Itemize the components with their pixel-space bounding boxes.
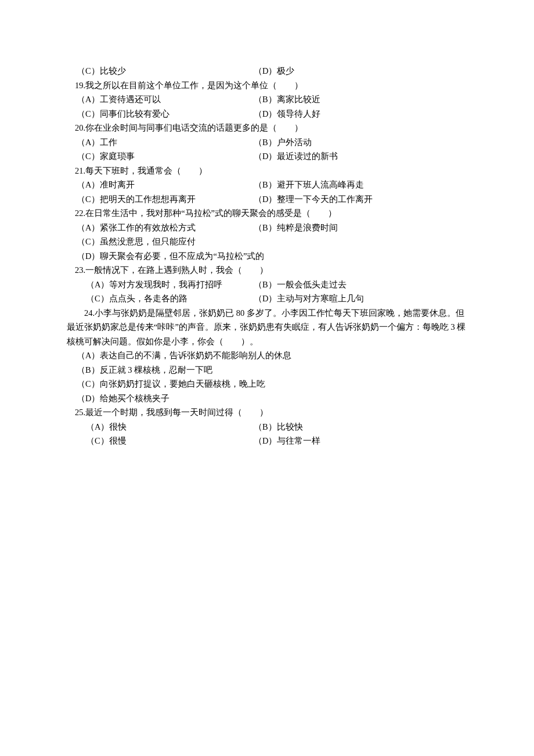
option-b: （B）离家比较近 <box>254 92 467 107</box>
option-row: （A）准时离开 （B）避开下班人流高峰再走 <box>67 178 467 192</box>
question-stem: 24.小李与张奶奶是隔壁邻居，张奶奶已 80 多岁了。小李因工作忙每天下班回家晚… <box>67 306 467 349</box>
question-stem: 25.最近一个时期，我感到每一天时间过得（ ） <box>67 405 467 420</box>
option-row: （C）把明天的工作想想再离开 （D）整理一下今天的工作离开 <box>67 192 467 207</box>
option-row: （A）工资待遇还可以 （B）离家比较近 <box>67 92 467 107</box>
option-c: （C）点点头，各走各的路 <box>67 291 254 306</box>
option-a: （A）紧张工作的有效放松方式 <box>67 221 254 235</box>
option-row: （C）比较少 （D）极少 <box>67 64 467 78</box>
option-row: （C）同事们比较有爱心 （D）领导待人好 <box>67 107 467 121</box>
option-d: （D）领导待人好 <box>254 107 467 121</box>
option-b: （B）纯粹是浪费时间 <box>254 221 467 235</box>
option-d: （D）极少 <box>254 64 467 78</box>
option-b: （B）反正就 3 棵核桃，忍耐一下吧 <box>67 363 467 377</box>
option-c: （C）虽然没意思，但只能应付 <box>67 235 467 249</box>
option-d: （D）整理一下今天的工作离开 <box>254 192 467 207</box>
question-stem: 21.每天下班时，我通常会（ ） <box>67 164 467 178</box>
option-a: （A）工作 <box>67 135 254 150</box>
option-c: （C）把明天的工作想想再离开 <box>67 192 254 207</box>
option-a: （A）准时离开 <box>67 178 254 192</box>
question-stem: 20.你在业余时间与同事们电话交流的话题更多的是（ ） <box>67 121 467 135</box>
option-d: （D）给她买个核桃夹子 <box>67 391 467 406</box>
option-c: （C）向张奶奶打提议，要她白天砸核桃，晚上吃 <box>67 377 467 391</box>
option-b: （B）户外活动 <box>254 135 467 150</box>
option-d: （D）聊天聚会有必要，但不应成为“马拉松”式的 <box>67 249 467 264</box>
option-a: （A）表达自己的不满，告诉张奶奶不能影响别人的休息 <box>67 348 467 363</box>
option-b: （B）比较快 <box>254 420 467 434</box>
option-c: （C）很慢 <box>67 434 254 448</box>
question-stem: 19.我之所以在目前这个单位工作，是因为这个单位（ ） <box>67 78 467 93</box>
option-row: （A）紧张工作的有效放松方式 （B）纯粹是浪费时间 <box>67 221 467 235</box>
option-c: （C）同事们比较有爱心 <box>67 107 254 121</box>
option-d: （D）最近读过的新书 <box>254 149 467 164</box>
option-row: （C）家庭琐事 （D）最近读过的新书 <box>67 149 467 164</box>
option-a: （A）很快 <box>67 420 254 434</box>
option-row: （C）很慢 （D）与往常一样 <box>67 434 467 448</box>
exam-page: （C）比较少 （D）极少 19.我之所以在目前这个单位工作，是因为这个单位（ ）… <box>0 0 534 448</box>
option-c: （C）比较少 <box>67 64 254 78</box>
option-row: （A）工作 （B）户外活动 <box>67 135 467 150</box>
question-stem: 23.一般情况下，在路上遇到熟人时，我会（ ） <box>67 263 467 278</box>
option-row: （A）很快 （B）比较快 <box>67 420 467 434</box>
option-d: （D）主动与对方寒暄上几句 <box>254 291 467 306</box>
question-stem: 22.在日常生活中，我对那种“马拉松”式的聊天聚会的感受是（ ） <box>67 206 467 221</box>
option-row: （A）等对方发现我时，我再打招呼 （B）一般会低头走过去 <box>67 278 467 292</box>
option-d: （D）与往常一样 <box>254 434 467 448</box>
option-a: （A）工资待遇还可以 <box>67 92 254 107</box>
option-a: （A）等对方发现我时，我再打招呼 <box>67 278 254 292</box>
option-b: （B）避开下班人流高峰再走 <box>254 178 467 192</box>
option-row: （C）点点头，各走各的路 （D）主动与对方寒暄上几句 <box>67 291 467 306</box>
option-b: （B）一般会低头走过去 <box>254 278 467 292</box>
option-c: （C）家庭琐事 <box>67 149 254 164</box>
